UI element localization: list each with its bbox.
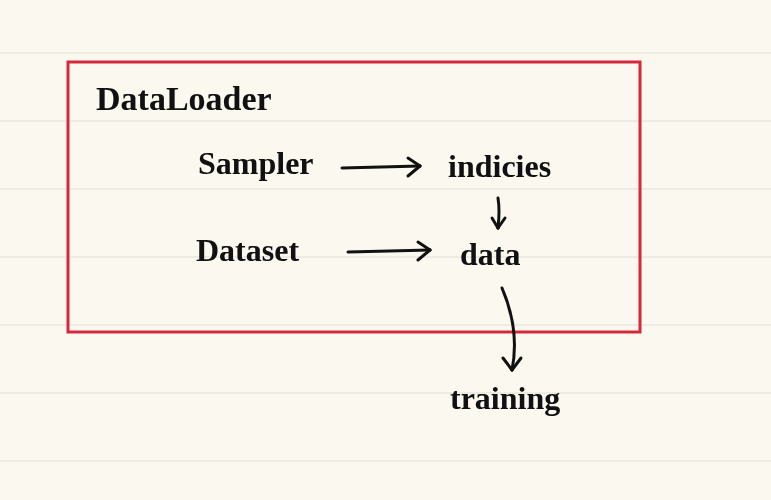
container-label: DataLoader [96,80,272,118]
arrow-data-training [502,288,521,370]
node-indices: indicies [448,148,551,185]
arrow-sampler-indices [342,158,420,176]
arrow-indices-data [492,198,505,228]
node-dataset: Dataset [196,232,299,269]
node-training: training [450,380,560,417]
node-sampler: Sampler [198,145,314,182]
node-data: data [460,236,520,273]
diagram-canvas [0,0,771,500]
